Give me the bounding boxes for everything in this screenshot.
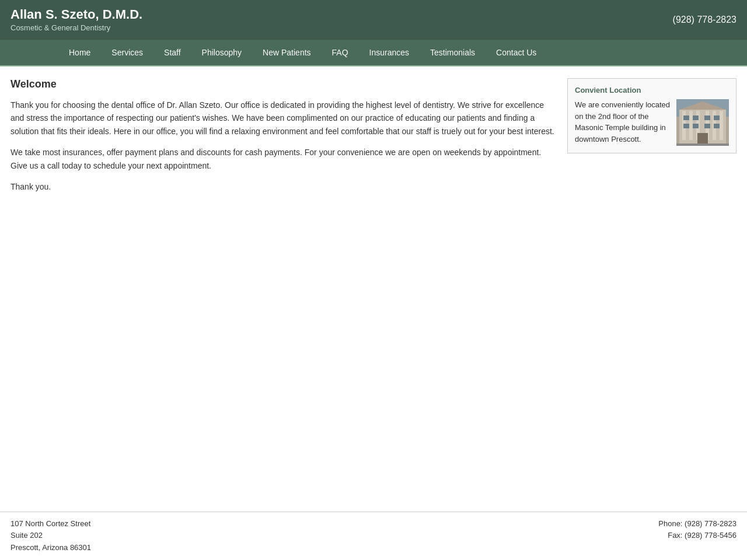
building-image bbox=[676, 99, 729, 146]
svg-rect-5 bbox=[689, 111, 693, 140]
footer-address-line2: Suite 202 bbox=[11, 530, 91, 542]
site-header: Allan S. Szeto, D.M.D. Cosmetic & Genera… bbox=[0, 0, 747, 39]
footer-phone: Phone: (928) 778-2823 bbox=[658, 518, 736, 530]
welcome-paragraph-2: We take most insurances, offer payment p… bbox=[11, 146, 556, 172]
site-title: Allan S. Szeto, D.M.D. bbox=[11, 7, 142, 22]
svg-rect-15 bbox=[693, 124, 699, 128]
nav-services[interactable]: Services bbox=[101, 40, 153, 65]
header-branding: Allan S. Szeto, D.M.D. Cosmetic & Genera… bbox=[11, 7, 142, 32]
svg-rect-17 bbox=[714, 124, 720, 128]
site-footer: 107 North Cortez Street Suite 202 Presco… bbox=[0, 512, 747, 560]
welcome-heading: Welcome bbox=[11, 78, 556, 90]
nav-testimonials[interactable]: Testimonials bbox=[420, 40, 486, 65]
welcome-paragraph-3: Thank you. bbox=[11, 180, 556, 193]
welcome-paragraph-1: Thank you for choosing the dental office… bbox=[11, 99, 556, 138]
footer-address-line1: 107 North Cortez Street bbox=[11, 518, 91, 530]
main-nav: Home Services Staff Philosophy New Patie… bbox=[0, 39, 747, 65]
svg-rect-16 bbox=[704, 124, 710, 128]
sidebar-content: We are conveniently located on the 2nd f… bbox=[575, 99, 729, 146]
svg-rect-12 bbox=[704, 116, 710, 120]
svg-rect-11 bbox=[693, 116, 699, 120]
svg-rect-9 bbox=[720, 111, 723, 140]
header-phone: (928) 778-2823 bbox=[673, 15, 736, 24]
nav-new-patients[interactable]: New Patients bbox=[252, 40, 321, 65]
footer-fax: Fax: (928) 778-5456 bbox=[658, 530, 736, 542]
nav-staff[interactable]: Staff bbox=[153, 40, 191, 65]
svg-rect-10 bbox=[683, 116, 689, 120]
sidebar-title: Convient Location bbox=[575, 86, 729, 94]
site-subtitle: Cosmetic & General Dentistry bbox=[11, 23, 142, 32]
nav-insurances[interactable]: Insurances bbox=[359, 40, 420, 65]
nav-home[interactable]: Home bbox=[58, 40, 101, 65]
welcome-section: Welcome Thank you for choosing the denta… bbox=[11, 78, 556, 201]
nav-philosophy[interactable]: Philosophy bbox=[191, 40, 253, 65]
main-content: Welcome Thank you for choosing the denta… bbox=[0, 66, 747, 213]
footer-address: 107 North Cortez Street Suite 202 Presco… bbox=[11, 518, 91, 554]
svg-rect-13 bbox=[714, 116, 720, 120]
svg-rect-19 bbox=[676, 144, 729, 146]
svg-rect-14 bbox=[683, 124, 689, 128]
sidebar-text: We are conveniently located on the 2nd f… bbox=[575, 99, 671, 146]
nav-faq[interactable]: FAQ bbox=[322, 40, 359, 65]
header-contact: (928) 778-2823 bbox=[673, 15, 736, 25]
nav-contact-us[interactable]: Contact Us bbox=[486, 40, 547, 65]
footer-contact: Phone: (928) 778-2823 Fax: (928) 778-545… bbox=[658, 518, 736, 542]
footer-address-line3: Prescott, Arizona 86301 bbox=[11, 542, 91, 554]
location-sidebar: Convient Location We are conveniently lo… bbox=[567, 78, 736, 153]
